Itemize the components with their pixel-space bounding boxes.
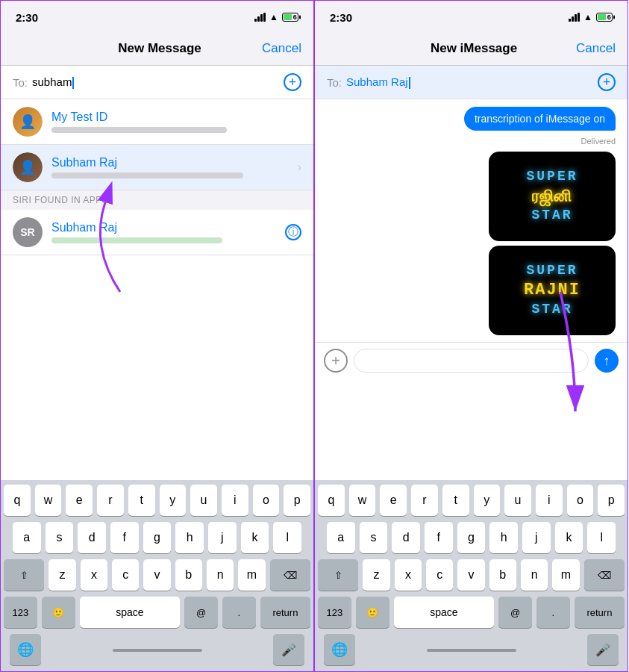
- key-globe[interactable]: 🌐: [10, 634, 41, 665]
- left-status-icons: ▲ 6: [254, 12, 298, 22]
- key-c[interactable]: c: [112, 559, 139, 591]
- right-keyboard-bottom-row: 🌐 🎤: [315, 629, 628, 671]
- right-key-n[interactable]: n: [521, 559, 548, 591]
- add-attachment-button[interactable]: +: [324, 349, 348, 373]
- left-cancel-button[interactable]: Cancel: [262, 41, 301, 56]
- right-key-t[interactable]: t: [442, 485, 469, 516]
- right-key-return[interactable]: return: [575, 597, 625, 628]
- right-key-space[interactable]: space: [394, 597, 494, 628]
- contact-item-my-test-id[interactable]: 👤 My Test ID: [1, 99, 313, 145]
- right-key-emoji[interactable]: 🙂: [356, 597, 389, 628]
- key-n[interactable]: n: [207, 559, 234, 591]
- right-key-delete[interactable]: ⌫: [584, 559, 625, 591]
- right-status-bar: 2:30 ▲ 6: [315, 1, 628, 34]
- right-key-d[interactable]: d: [392, 522, 420, 553]
- key-at[interactable]: @: [184, 597, 218, 628]
- key-p[interactable]: p: [284, 485, 310, 516]
- right-key-a[interactable]: a: [327, 522, 355, 553]
- right-key-shift[interactable]: ⇧: [318, 559, 358, 591]
- key-u[interactable]: u: [190, 485, 217, 516]
- key-s[interactable]: s: [46, 522, 74, 553]
- right-key-x[interactable]: x: [395, 559, 422, 591]
- right-key-f[interactable]: f: [425, 522, 453, 553]
- right-key-dot[interactable]: .: [536, 597, 570, 628]
- key-shift[interactable]: ⇧: [4, 559, 44, 591]
- right-to-input[interactable]: Subham Raj: [346, 75, 598, 89]
- key-i[interactable]: i: [222, 485, 248, 516]
- siri-contact-item-subham-raj[interactable]: SR Subham Raj ⓘ: [1, 210, 313, 255]
- right-key-w[interactable]: w: [349, 485, 376, 516]
- key-b[interactable]: b: [175, 559, 202, 591]
- key-t[interactable]: t: [128, 485, 155, 516]
- right-key-v[interactable]: v: [457, 559, 484, 591]
- right-cancel-button[interactable]: Cancel: [576, 41, 616, 56]
- right-key-globe[interactable]: 🌐: [324, 634, 355, 665]
- right-key-j[interactable]: j: [522, 522, 551, 553]
- key-emoji[interactable]: 🙂: [42, 597, 75, 628]
- right-key-e[interactable]: e: [380, 485, 407, 516]
- key-w[interactable]: w: [35, 485, 62, 516]
- right-key-q[interactable]: q: [318, 485, 345, 516]
- right-key-at[interactable]: @: [498, 597, 532, 628]
- key-h[interactable]: h: [175, 522, 204, 553]
- keyboard-bottom-row: 🌐 🎤: [1, 629, 313, 671]
- right-key-i[interactable]: i: [536, 485, 563, 516]
- right-to-label: To:: [327, 76, 342, 89]
- right-key-y[interactable]: y: [474, 485, 501, 516]
- key-o[interactable]: o: [253, 485, 280, 516]
- message-text-input[interactable]: [354, 349, 589, 373]
- contact-item-subham-raj[interactable]: 👤 Subham Raj ›: [1, 145, 313, 190]
- right-key-123[interactable]: 123: [318, 597, 351, 628]
- right-add-recipient-button[interactable]: +: [598, 73, 616, 91]
- right-key-z[interactable]: z: [363, 559, 389, 591]
- contact-sub-subham-raj: [51, 172, 243, 178]
- right-key-g[interactable]: g: [457, 522, 486, 553]
- key-k[interactable]: k: [241, 522, 269, 553]
- right-key-s[interactable]: s: [360, 522, 388, 553]
- signal-icon: [254, 13, 266, 22]
- key-g[interactable]: g: [143, 522, 172, 553]
- key-delete[interactable]: ⌫: [270, 559, 310, 591]
- keyboard-row-2: a s d f g h j k l: [1, 517, 313, 555]
- contact-info-my-test-id: My Test ID: [51, 111, 301, 133]
- key-return[interactable]: return: [260, 597, 310, 628]
- right-key-c[interactable]: c: [426, 559, 453, 591]
- right-key-mic[interactable]: 🎤: [587, 634, 619, 665]
- right-key-k[interactable]: k: [555, 522, 583, 553]
- right-key-h[interactable]: h: [489, 522, 518, 553]
- key-q[interactable]: q: [4, 485, 31, 516]
- right-key-o[interactable]: o: [567, 485, 594, 516]
- info-button[interactable]: ⓘ: [285, 224, 301, 240]
- key-dot[interactable]: .: [222, 597, 256, 628]
- key-f[interactable]: f: [110, 522, 139, 553]
- to-input[interactable]: subham: [32, 75, 284, 89]
- sticker-group: SUPER ரஜினி STAR SUPER RAJNI STAR: [489, 152, 616, 335]
- right-nav-title: New iMessage: [431, 41, 517, 56]
- left-to-field: To: subham +: [1, 66, 313, 99]
- key-d[interactable]: d: [78, 522, 106, 553]
- key-e[interactable]: e: [66, 485, 93, 516]
- key-x[interactable]: x: [81, 559, 107, 591]
- right-key-u[interactable]: u: [504, 485, 531, 516]
- key-r[interactable]: r: [97, 485, 124, 516]
- key-z[interactable]: z: [48, 559, 75, 591]
- key-m[interactable]: m: [238, 559, 265, 591]
- right-key-r[interactable]: r: [411, 485, 438, 516]
- key-mic[interactable]: 🎤: [273, 634, 304, 665]
- right-key-m[interactable]: m: [552, 559, 579, 591]
- key-a[interactable]: a: [13, 522, 41, 553]
- key-j[interactable]: j: [208, 522, 237, 553]
- send-button[interactable]: ↑: [595, 349, 619, 373]
- right-key-l[interactable]: l: [587, 522, 616, 553]
- right-key-p[interactable]: p: [598, 485, 625, 516]
- right-home-indicator: [427, 649, 516, 652]
- to-label: To:: [13, 76, 28, 89]
- key-l[interactable]: l: [273, 522, 301, 553]
- key-v[interactable]: v: [143, 559, 170, 591]
- key-y[interactable]: y: [160, 485, 187, 516]
- message-delivered-status: Delivered: [581, 137, 616, 146]
- key-123[interactable]: 123: [4, 597, 37, 628]
- right-key-b[interactable]: b: [489, 559, 516, 591]
- key-space[interactable]: space: [80, 597, 180, 628]
- add-recipient-button[interactable]: +: [284, 73, 301, 91]
